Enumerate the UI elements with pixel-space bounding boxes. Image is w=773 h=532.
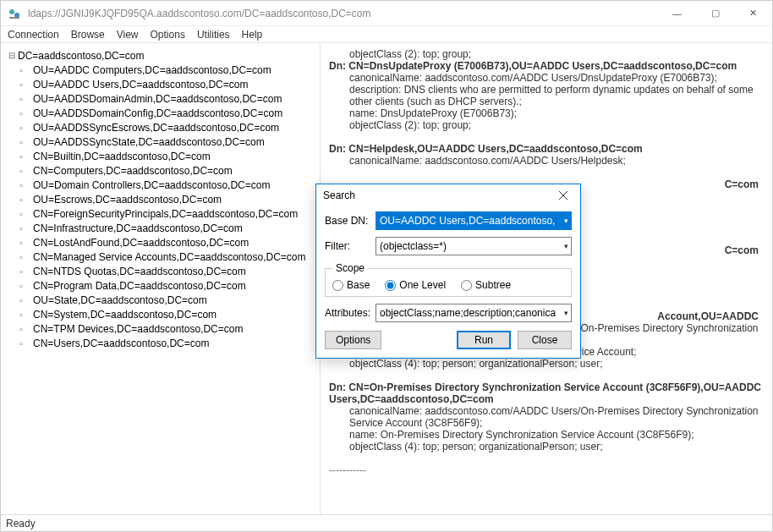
- attributes-label: Attributes:: [325, 307, 376, 319]
- tree-node-label: OU=Escrows,DC=aaddscontoso,DC=com: [33, 194, 222, 206]
- scope-legend: Scope: [332, 262, 368, 274]
- scope-subtree-radio[interactable]: Subtree: [461, 279, 511, 291]
- tree-node[interactable]: ▫OU=AADDSSyncState,DC=aaddscontoso,DC=co…: [19, 134, 316, 149]
- folder-icon: ▫: [19, 94, 31, 104]
- tree-node[interactable]: ▫CN=Users,DC=aaddscontoso,DC=com: [19, 336, 316, 350]
- result-dn: Dn: CN=Helpdesk,OU=AADDC Users,DC=aaddsc…: [329, 143, 764, 155]
- tree-node-label: OU=AADDSDomainAdmin,DC=aaddscontoso,DC=c…: [33, 93, 282, 105]
- tree-node[interactable]: ▫CN=LostAndFound,DC=aaddscontoso,DC=com: [19, 235, 316, 250]
- tree-node[interactable]: ▫OU=AADDC Users,DC=aaddscontoso,DC=com: [19, 77, 316, 91]
- tree-node[interactable]: ▫OU=AADDSDomainAdmin,DC=aaddscontoso,DC=…: [19, 91, 316, 106]
- titlebar: ldaps://JGNIJ9KJQFD95QA.aaddscontoso.com…: [1, 1, 772, 26]
- scope-fieldset: Scope Base One Level Subtree: [325, 262, 572, 297]
- result-attr: canonicalName: aaddscontoso.com/AADDC Us…: [329, 72, 764, 84]
- result-attr: objectClass (4): top; person; organizati…: [329, 358, 764, 370]
- filter-label: Filter:: [325, 240, 376, 252]
- tree-node-label: CN=Users,DC=aaddscontoso,DC=com: [33, 337, 209, 349]
- tree-node[interactable]: ▫CN=Managed Service Accounts,DC=aaddscon…: [19, 250, 316, 264]
- folder-icon: ▫: [19, 338, 31, 348]
- menu-help[interactable]: Help: [242, 29, 263, 41]
- tree-node[interactable]: ▫OU=AADDSSyncEscrows,DC=aaddscontoso,DC=…: [19, 120, 316, 134]
- menu-options[interactable]: Options: [151, 29, 185, 41]
- folder-icon: ▫: [19, 151, 31, 162]
- menu-browse[interactable]: Browse: [71, 29, 105, 41]
- tree-root-node[interactable]: DC=aaddscontoso,DC=com: [4, 48, 316, 63]
- close-icon: [559, 191, 567, 200]
- status-text: Ready: [6, 518, 36, 529]
- folder-icon: ▫: [19, 123, 31, 133]
- folder-icon: ▫: [19, 252, 31, 262]
- tree-node-label: CN=Infrastructure,DC=aaddscontoso,DC=com: [33, 222, 243, 234]
- statusbar: Ready: [1, 514, 772, 531]
- maximize-button[interactable]: ▢: [696, 1, 734, 26]
- tree-node[interactable]: ▫OU=AADDSDomainConfig,DC=aaddscontoso,DC…: [19, 106, 316, 120]
- result-attr: canonicalName: aaddscontoso.com/AADDC Us…: [329, 405, 764, 429]
- dialog-close-button[interactable]: [546, 184, 580, 206]
- tree-node-label: CN=NTDS Quotas,DC=aaddscontoso,DC=com: [33, 266, 246, 277]
- app-icon: [8, 7, 21, 20]
- menu-utilities[interactable]: Utilities: [197, 29, 230, 41]
- tree-node-label: OU=AADDSSyncState,DC=aaddscontoso,DC=com: [33, 136, 265, 148]
- tree-node[interactable]: ▫CN=Infrastructure,DC=aaddscontoso,DC=co…: [19, 221, 316, 235]
- close-button[interactable]: ✕: [734, 1, 772, 26]
- folder-icon: ▫: [19, 108, 31, 118]
- tree-node[interactable]: ▫CN=Builtin,DC=aaddscontoso,DC=com: [19, 149, 316, 163]
- folder-icon: ▫: [19, 65, 31, 75]
- svg-point-0: [9, 9, 14, 14]
- result-attr: objectClass (2): top; group;: [329, 119, 764, 131]
- result-line: objectClass (2): top; group;: [329, 48, 764, 60]
- results-separator: -----------: [329, 464, 764, 476]
- tree-node[interactable]: ▫CN=TPM Devices,DC=aaddscontoso,DC=com: [19, 321, 316, 336]
- folder-icon: ▫: [19, 324, 31, 334]
- folder-icon: ▫: [19, 166, 31, 176]
- tree-node-label: CN=LostAndFound,DC=aaddscontoso,DC=com: [33, 237, 249, 249]
- run-button[interactable]: Run: [457, 331, 511, 349]
- base-dn-label: Base DN:: [325, 215, 376, 227]
- attributes-input[interactable]: [376, 304, 572, 322]
- scope-onelevel-radio[interactable]: One Level: [385, 279, 446, 291]
- tree-node-label: OU=AADDSDomainConfig,DC=aaddscontoso,DC=…: [33, 107, 282, 119]
- dialog-titlebar[interactable]: Search: [316, 184, 580, 206]
- tree-node[interactable]: ▫OU=Escrows,DC=aaddscontoso,DC=com: [19, 192, 316, 206]
- tree-pane[interactable]: DC=aaddscontoso,DC=com ▫OU=AADDC Compute…: [1, 43, 321, 514]
- base-dn-input[interactable]: [376, 211, 572, 230]
- result-attr: name: DnsUpdateProxy (E7006B73);: [329, 107, 764, 119]
- tree-node[interactable]: ▫OU=State,DC=aaddscontoso,DC=com: [19, 293, 316, 307]
- folder-icon: ▫: [19, 238, 31, 248]
- dialog-close-button-bottom[interactable]: Close: [518, 331, 572, 349]
- result-attr: objectClass (4): top; person; organizati…: [329, 441, 764, 452]
- tree-node-label: OU=AADDC Users,DC=aaddscontoso,DC=com: [33, 79, 248, 90]
- result-dn: Dn: CN=DnsUpdateProxy (E7006B73),OU=AADD…: [329, 60, 764, 72]
- minimize-button[interactable]: —: [658, 1, 696, 26]
- filter-input[interactable]: [376, 237, 572, 255]
- result-attr: name: On-Premises Directory Synchronizat…: [329, 429, 764, 441]
- folder-icon: ▫: [19, 137, 31, 147]
- tree-node[interactable]: ▫CN=NTDS Quotas,DC=aaddscontoso,DC=com: [19, 264, 316, 278]
- tree-node-label: CN=TPM Devices,DC=aaddscontoso,DC=com: [33, 323, 243, 335]
- folder-icon: ▫: [19, 266, 31, 277]
- svg-rect-2: [9, 17, 19, 19]
- tree-node[interactable]: ▫CN=Computers,DC=aaddscontoso,DC=com: [19, 163, 316, 178]
- menu-view[interactable]: View: [117, 29, 139, 41]
- result-attr: description: DNS clients who are permitt…: [329, 84, 764, 107]
- tree-node-label: CN=Computers,DC=aaddscontoso,DC=com: [33, 165, 233, 177]
- folder-icon: ▫: [19, 180, 31, 190]
- tree-node[interactable]: ▫OU=AADDC Computers,DC=aaddscontoso,DC=c…: [19, 63, 316, 77]
- window-title: ldaps://JGNIJ9KJQFD95QA.aaddscontoso.com…: [28, 8, 658, 19]
- tree-node[interactable]: ▫CN=ForeignSecurityPrincipals,DC=aaddsco…: [19, 206, 316, 221]
- folder-icon: ▫: [19, 223, 31, 233]
- tree-node-label: CN=System,DC=aaddscontoso,DC=com: [33, 309, 217, 321]
- tree-node[interactable]: ▫OU=Domain Controllers,DC=aaddscontoso,D…: [19, 178, 316, 192]
- result-dn: Dn: CN=On-Premises Directory Synchroniza…: [329, 381, 764, 405]
- search-dialog: Search Base DN: ▾ Filter: ▾ Scope Base O…: [315, 184, 581, 359]
- menu-connection[interactable]: Connection: [8, 29, 59, 41]
- folder-icon: ▫: [19, 295, 31, 305]
- folder-icon: ▫: [19, 281, 31, 291]
- expander-icon[interactable]: [8, 52, 16, 60]
- scope-base-radio[interactable]: Base: [332, 279, 370, 291]
- tree-node-label: OU=AADDC Computers,DC=aaddscontoso,DC=co…: [33, 64, 271, 76]
- tree-node-label: CN=ForeignSecurityPrincipals,DC=aaddscon…: [33, 208, 298, 220]
- options-button[interactable]: Options: [325, 331, 381, 349]
- tree-node[interactable]: ▫CN=Program Data,DC=aaddscontoso,DC=com: [19, 278, 316, 293]
- tree-node[interactable]: ▫CN=System,DC=aaddscontoso,DC=com: [19, 307, 316, 321]
